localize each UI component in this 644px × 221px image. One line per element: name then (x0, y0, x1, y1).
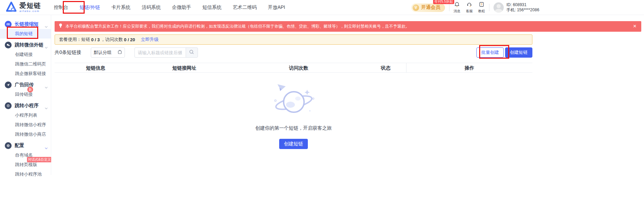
nav-item-card[interactable]: 卡片系统 (111, 4, 130, 11)
quota-mid: ，访问次数 (101, 36, 123, 43)
main-content: 本平台积极配合警方反诈工作！应公安部要求，我们将对生成的内容进行检测，如发现违反… (51, 15, 644, 175)
nav-item-wecom[interactable]: 企微助手 (172, 4, 191, 11)
search-input[interactable] (134, 47, 186, 58)
brand-logo[interactable]: 爱短链 aifabu.com (5, 1, 46, 14)
upgrade-link[interactable]: 立即升级 (141, 36, 159, 43)
vip-label: 开通会员 (421, 4, 440, 11)
nav-item-openapi[interactable]: 开放API (268, 4, 285, 11)
app-window: 爱短链 aifabu.com 控制台 短链/外链 卡片系统 活码系统 企微助手 … (0, 0, 644, 221)
miniprogram-icon (5, 102, 12, 109)
sidebar: 长链接缩短 我的短链 跳转微信外链 创建链接 跳微信二维码页 跳企微获客链接 广… (0, 15, 51, 175)
sidebar-group-wechat-link[interactable]: 跳转微信外链 (0, 40, 51, 50)
brand-domain: aifabu.com (19, 10, 41, 13)
chevron-down-icon (45, 105, 48, 111)
empty-state: 创建你的第一个短链，开启获客之旅 创建短链 (55, 81, 532, 149)
column-visit-count: 访问次数 (232, 63, 365, 72)
quota-bar: 套餐使用：短链 0 / 3 ，访问次数 0 / 20 立即升级 (55, 34, 532, 45)
logo-icon (5, 1, 17, 14)
sidebar-item-postback-link[interactable]: 回传链接 新 (0, 90, 51, 99)
sidebar-item-landing-template[interactable]: 跳转页模版 对话式&自定义 (0, 160, 51, 170)
nav-item-sms[interactable]: 短信系统 (202, 4, 221, 11)
topbar-right: V 开通会员 年付5.5折起 消息 客服 (411, 0, 539, 15)
table-header: 短链信息 短链接网址 访问次数 状态 操作 (55, 63, 532, 73)
svg-text:?: ? (481, 3, 483, 6)
sidebar-item-jump-wechat-miniprogram[interactable]: 跳转微信小程序 (0, 120, 51, 130)
globe-icon (5, 142, 12, 149)
sidebar-item-wecom-lead-link[interactable]: 跳企微获客链接 (0, 69, 51, 78)
empty-create-button[interactable]: 创建短链 (279, 139, 308, 149)
sidebar-group-shorten[interactable]: 长链接缩短 (0, 19, 51, 29)
nav-item-livecode[interactable]: 活码系统 (142, 4, 161, 11)
group-select[interactable]: 默认分组 (91, 47, 125, 58)
tutorial-button[interactable]: ? 教程 (478, 2, 485, 14)
vip-button[interactable]: V 开通会员 年付5.5折起 (411, 3, 445, 12)
topbar: 爱短链 aifabu.com 控制台 短链/外链 卡片系统 活码系统 企微助手 … (0, 0, 644, 15)
chevron-down-icon (45, 23, 48, 29)
anti-fraud-banner: 本平台积极配合警方反诈工作！应公安部要求，我们将对生成的内容进行检测，如发现违反… (55, 21, 641, 32)
wechat-icon (5, 42, 12, 48)
nav-item-shortlink[interactable]: 短链/外链 (80, 4, 100, 11)
archive-box-icon (118, 50, 122, 55)
nav-item-console[interactable]: 控制台 (54, 4, 68, 11)
sidebar-group-settings[interactable]: 配置 (0, 141, 51, 150)
vip-discount-badge: 年付5.5折起 (433, 0, 454, 4)
user-account[interactable]: ID: 608931 手机: 156****2086 (493, 2, 539, 13)
column-shortlink-info: 短链信息 (55, 63, 137, 72)
messages-button[interactable]: 消息 (454, 2, 460, 14)
sidebar-item-miniprogram-list[interactable]: 小程序列表 (0, 110, 51, 120)
tutorial-icon: ? (479, 2, 484, 9)
quota-visit-usage: 0 / 20 (124, 37, 135, 42)
banner-text: 本平台积极配合警方反诈工作！应公安部要求，我们将对生成的内容进行检测，如发现违反… (66, 24, 410, 29)
shortlink-panel: 套餐使用：短链 0 / 3 ，访问次数 0 / 20 立即升级 共0条短链接 默… (55, 34, 532, 149)
template-badge: 对话式&自定义 (27, 157, 52, 162)
sidebar-item-wechat-qr-page[interactable]: 跳微信二维码页 (0, 59, 51, 69)
column-actions: 操作 (406, 63, 532, 72)
empty-message: 创建你的第一个短链，开启获客之旅 (255, 125, 332, 131)
column-shortlink-url: 短链接网址 (137, 63, 232, 72)
divider (489, 4, 489, 11)
nav-item-artqr[interactable]: 艺术二维码 (233, 4, 257, 11)
search-icon (189, 49, 194, 56)
close-icon[interactable]: × (633, 23, 636, 30)
user-id: ID: 608931 (506, 2, 539, 8)
quota-shortlink-usage: 0 / 3 (91, 37, 100, 42)
bulb-icon (59, 23, 63, 30)
sidebar-item-create-link[interactable]: 创建链接 (0, 50, 51, 59)
planet-illustration (268, 81, 319, 120)
chevron-down-icon (45, 84, 48, 90)
bell-icon (454, 2, 460, 9)
quota-prefix: 套餐使用：短链 (59, 36, 90, 43)
new-badge: 新 (27, 87, 33, 92)
user-phone: 手机: 156****2086 (506, 8, 539, 13)
main-nav: 控制台 短链/外链 卡片系统 活码系统 企微助手 短信系统 艺术二维码 开放AP… (54, 4, 285, 11)
column-status: 状态 (365, 63, 406, 72)
link-icon (5, 21, 12, 28)
create-shortlink-button[interactable]: 创建短链 (505, 47, 532, 58)
toolbar: 共0条短链接 默认分组 批量创建 创建短链 (55, 47, 532, 58)
brand-title: 爱短链 (19, 2, 41, 9)
vip-crown-icon: V (413, 4, 419, 11)
paper-plane-icon (5, 82, 12, 88)
avatar (493, 2, 504, 13)
support-button[interactable]: 客服 (466, 2, 473, 14)
sidebar-item-miniprogram-pool[interactable]: 跳转小程序池 (0, 170, 51, 179)
sidebar-group-ad-postback[interactable]: 广告回传 (0, 80, 51, 90)
headset-icon (467, 2, 472, 9)
sidebar-item-my-shortlinks[interactable]: 我的短链 (0, 29, 51, 39)
chevron-down-icon (45, 145, 48, 151)
shortlink-count: 共0条短链接 (55, 49, 81, 56)
sidebar-item-jump-wechat-ministore[interactable]: 跳转微信小商店 (0, 130, 51, 139)
chevron-down-icon (45, 44, 48, 50)
divider (449, 4, 449, 11)
sidebar-group-miniprogram[interactable]: 跳转小程序 (0, 101, 51, 110)
search-button[interactable] (186, 47, 198, 58)
batch-create-button[interactable]: 批量创建 (476, 47, 504, 58)
